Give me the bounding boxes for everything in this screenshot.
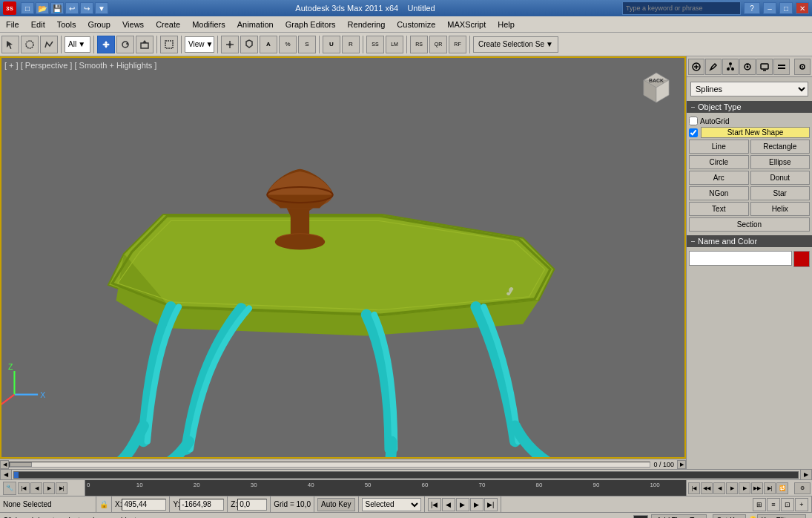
ruler-track[interactable]: 0 10 20 30 40 50 60 70 80 90 100 bbox=[85, 480, 686, 496]
menu-file[interactable]: File bbox=[0, 16, 25, 32]
shape-helix[interactable]: Helix bbox=[750, 202, 811, 216]
shape-donut[interactable]: Donut bbox=[750, 171, 811, 185]
z-input[interactable] bbox=[237, 499, 267, 511]
nav-prev[interactable]: ◀ bbox=[442, 498, 455, 511]
nav-start[interactable]: |◀ bbox=[428, 498, 441, 511]
shape-ngon[interactable]: NGon bbox=[689, 186, 749, 200]
shape-rectangle[interactable]: Rectangle bbox=[750, 140, 811, 154]
viewport[interactable]: [ + ] [ Perspective ] [ Smooth + Highlig… bbox=[0, 56, 686, 459]
render-setup[interactable]: RS bbox=[410, 36, 428, 53]
menu-animation[interactable]: Animation bbox=[231, 16, 280, 32]
snaps-toggle[interactable] bbox=[240, 36, 258, 53]
menu-graph-editors[interactable]: Graph Editors bbox=[280, 16, 342, 32]
panel-display[interactable] bbox=[756, 59, 773, 75]
lock-field[interactable]: 🔒 bbox=[96, 496, 112, 512]
auto-key-btn[interactable]: Auto Key bbox=[317, 498, 355, 511]
layer-mgr[interactable]: LM bbox=[386, 36, 403, 53]
pb-start[interactable]: |◀ bbox=[688, 482, 700, 494]
help-btn[interactable]: ? bbox=[744, 2, 760, 14]
next-frame[interactable]: ▶| bbox=[56, 482, 67, 494]
name-color-header[interactable]: – Name and Color bbox=[687, 235, 812, 247]
goto-start[interactable]: |◀ bbox=[18, 482, 30, 494]
lasso-tool[interactable] bbox=[21, 36, 39, 53]
pb-prev[interactable]: ◀◀ bbox=[701, 482, 713, 494]
pb-prev-frame[interactable]: ◀ bbox=[713, 482, 725, 494]
shape-ellipse[interactable]: Ellipse bbox=[750, 155, 811, 169]
shape-arc[interactable]: Arc bbox=[689, 171, 749, 185]
y-input[interactable] bbox=[179, 499, 224, 511]
save-btn[interactable]: 💾 bbox=[50, 2, 64, 14]
panel-hierarchy[interactable] bbox=[722, 59, 739, 75]
spinner-snap[interactable]: S bbox=[298, 36, 316, 53]
minimize-btn[interactable]: – bbox=[763, 2, 776, 14]
select-move[interactable] bbox=[97, 36, 115, 53]
create-selection-set[interactable]: Create Selection Se ▼ bbox=[473, 36, 558, 53]
set-key-btn[interactable]: Set Key bbox=[713, 514, 746, 519]
shape-star[interactable]: Star bbox=[750, 186, 811, 200]
key-filters-btn[interactable]: Key Filters... bbox=[757, 514, 806, 519]
pb-end[interactable]: ▶| bbox=[764, 482, 776, 494]
menu-group[interactable]: Group bbox=[82, 16, 116, 32]
select-rotate[interactable] bbox=[116, 36, 134, 53]
scroll-left[interactable]: ◀ bbox=[0, 460, 9, 469]
panel-motion[interactable] bbox=[739, 59, 756, 75]
nav-next[interactable]: ▶ bbox=[470, 498, 483, 511]
pivot-tool[interactable] bbox=[221, 36, 239, 53]
select-tool[interactable] bbox=[1, 36, 19, 53]
new-btn[interactable]: □ bbox=[21, 2, 34, 14]
redo-scene[interactable]: R bbox=[342, 36, 360, 53]
percent-snap[interactable]: % bbox=[279, 36, 297, 53]
menu-maxscript[interactable]: MAXScript bbox=[441, 16, 492, 32]
panel-settings[interactable] bbox=[794, 59, 811, 75]
scene-state[interactable]: SS bbox=[366, 36, 384, 53]
add-time-tag-btn[interactable]: Add Time Tag bbox=[651, 514, 707, 519]
panel-modify[interactable] bbox=[705, 59, 722, 75]
extra-btn1[interactable]: ⊞ bbox=[753, 498, 766, 511]
start-new-shape-btn[interactable]: Start New Shape bbox=[701, 127, 810, 138]
extra-btn4[interactable]: + bbox=[795, 498, 808, 511]
undo-scene[interactable]: U bbox=[323, 36, 340, 53]
scroll-right[interactable]: ▶ bbox=[677, 460, 686, 469]
menu-customize[interactable]: Customize bbox=[391, 16, 441, 32]
menu-rendering[interactable]: Rendering bbox=[342, 16, 392, 32]
coord-dropdown[interactable]: View ▼ bbox=[185, 36, 214, 53]
extra-btn3[interactable]: ⊡ bbox=[781, 498, 794, 511]
pb-mode[interactable]: 🔁 bbox=[776, 482, 788, 494]
menu-tools[interactable]: Tools bbox=[51, 16, 82, 32]
anim-config-btn[interactable]: 🔧 bbox=[3, 482, 16, 495]
more-btn[interactable]: ▼ bbox=[95, 2, 108, 14]
scrubber-bar[interactable] bbox=[13, 471, 799, 479]
object-type-header[interactable]: – Object Type bbox=[687, 101, 812, 113]
splines-select[interactable]: Splines bbox=[690, 82, 808, 96]
angle-snap[interactable]: A bbox=[260, 36, 277, 53]
search-bar[interactable]: Type a keyword or phrase bbox=[622, 1, 741, 15]
menu-modifiers[interactable]: Modifiers bbox=[186, 16, 231, 32]
autogrid-checkbox[interactable] bbox=[689, 117, 698, 125]
maximize-btn[interactable]: □ bbox=[779, 2, 793, 14]
play-btn[interactable]: ▶ bbox=[43, 482, 55, 494]
nav-cube[interactable]: BACK bbox=[636, 65, 677, 106]
start-new-shape-checkbox[interactable] bbox=[689, 128, 698, 137]
selected-dropdown[interactable]: Selected bbox=[362, 498, 421, 511]
shape-circle[interactable]: Circle bbox=[689, 155, 749, 169]
scrubber-thumb[interactable] bbox=[14, 472, 19, 478]
panel-utilities[interactable] bbox=[773, 59, 790, 75]
open-btn[interactable]: 📂 bbox=[36, 2, 49, 14]
undo-btn[interactable]: ↩ bbox=[65, 2, 79, 14]
select-scale[interactable] bbox=[136, 36, 154, 53]
pb-play[interactable]: ▶ bbox=[726, 482, 738, 494]
shape-line[interactable]: Line bbox=[689, 140, 749, 154]
menu-edit[interactable]: Edit bbox=[25, 16, 51, 32]
render-frame[interactable]: RF bbox=[449, 36, 466, 53]
menu-views[interactable]: Views bbox=[116, 16, 150, 32]
name-input-field[interactable] bbox=[689, 251, 792, 266]
quick-render[interactable]: QR bbox=[429, 36, 447, 53]
nav-play[interactable]: ▶ bbox=[456, 498, 469, 511]
rect-select[interactable] bbox=[160, 36, 178, 53]
menu-create[interactable]: Create bbox=[150, 16, 186, 32]
panel-create[interactable] bbox=[688, 59, 704, 75]
shape-text[interactable]: Text bbox=[689, 202, 749, 216]
pb-settings[interactable]: ⚙ bbox=[794, 482, 811, 494]
extra-btn2[interactable]: ≡ bbox=[767, 498, 780, 511]
fence-tool[interactable] bbox=[40, 36, 58, 53]
